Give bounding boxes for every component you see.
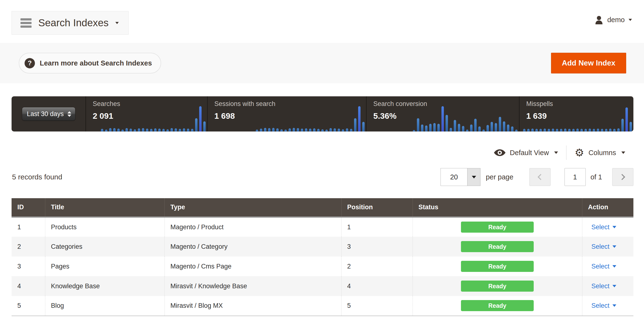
select-action-link[interactable]: Select [592,282,616,290]
view-selector[interactable]: Default View [486,149,566,157]
table-row: 4Knowledge BaseMirasvit / Knowledge Base… [12,276,634,296]
cell-type: Mirasvit / Knowledge Base [164,276,341,296]
spark-bar [425,126,428,132]
spark-bar [511,126,514,132]
spark-bar [101,129,103,132]
search-stats-bar: Last 30 days Searches 2 091 Sessions wit… [12,96,634,132]
hamburger-icon [20,18,32,28]
per-page-value: 20 [441,168,467,186]
caret-down-icon [612,226,616,228]
spark-bar [580,129,583,132]
select-action-link[interactable]: Select [592,263,616,270]
records-found-text: 5 records found [12,173,62,181]
cell-position: 2 [341,256,412,276]
caret-down-icon [467,168,480,186]
spark-bar [442,106,444,132]
sparkline [256,106,365,132]
view-selector-label: Default View [510,149,549,157]
spark-bar [446,115,448,132]
spark-bar [548,129,550,132]
pagination: 20 per page of 1 [440,168,634,186]
column-header-position[interactable]: Position [341,198,412,217]
cell-type: Magento / Category [164,237,341,256]
columns-selector-label: Columns [588,149,616,157]
learn-more-label: Learn more about Search Indexes [40,59,152,67]
spark-bar [536,129,538,132]
spark-bar [321,129,324,132]
page-title-dropdown[interactable]: Search Indexes [12,11,128,35]
caret-down-icon [612,285,616,287]
cell-type: Magento / Cms Page [164,256,341,276]
spark-bar [297,128,299,132]
select-action-label: Select [592,263,610,270]
stat-value: 5.36% [373,111,396,121]
spark-bar [601,129,603,132]
spark-bar [109,128,112,132]
spark-bar [313,128,316,132]
table-body: 1ProductsMagento / Product1ReadySelect2C… [12,217,634,316]
spark-bar [354,118,356,132]
spark-bar [260,128,262,132]
spark-bar [458,124,460,132]
stat-label: Misspells [526,100,553,108]
spark-bar [350,129,352,132]
spark-bar [568,129,570,132]
select-action-link[interactable]: Select [592,302,616,310]
spark-bar [183,128,185,132]
select-action-link[interactable]: Select [592,224,616,231]
select-action-label: Select [592,282,610,290]
spark-bar [150,129,152,132]
spark-bar [413,130,415,132]
cell-title: Pages [45,256,164,276]
page-number-input[interactable] [564,168,586,186]
spark-bar [515,130,518,132]
cell-position: 5 [341,296,412,316]
caret-down-icon [554,152,558,154]
grid-controls: Default View ⚙ Columns [486,146,634,160]
period-select[interactable]: Last 30 days [22,107,76,121]
spark-bar [617,128,620,132]
spark-bar [462,126,464,132]
spark-bar [609,128,612,132]
spark-bar [268,128,270,132]
status-badge: Ready [461,261,534,272]
spark-bar [495,123,497,132]
stat-panel-conversion: Search conversion 5.36% [366,96,519,132]
column-header-action[interactable]: Action [582,198,634,217]
learn-more-button[interactable]: ? Learn more about Search Indexes [19,53,161,74]
cell-title: Blog [45,296,164,316]
cell-title: Products [45,217,164,237]
sparkline [101,106,206,132]
column-header-title[interactable]: Title [45,198,164,217]
spark-bar [572,129,575,132]
spark-bar [292,128,295,132]
column-header-status[interactable]: Status [412,198,582,217]
spark-bar [523,129,526,132]
stat-value: 1 698 [214,111,235,121]
stats-period-section: Last 30 days [12,96,86,132]
spark-bar [437,124,440,132]
column-header-id[interactable]: ID [12,198,45,217]
spark-bar [531,128,534,132]
column-header-type[interactable]: Type [164,198,341,217]
spark-bar [301,128,303,132]
spark-bar [256,130,258,132]
next-page-button[interactable] [612,168,634,186]
spark-bar [560,129,562,132]
page-title: Search Indexes [38,17,108,29]
spark-bar [117,128,120,132]
spark-bar [503,121,505,132]
per-page-select[interactable]: 20 [440,168,480,186]
spark-bar [584,129,587,132]
caret-down-icon [612,304,616,307]
add-new-index-button[interactable]: Add New Index [551,53,626,74]
cell-status: Ready [412,217,582,237]
question-icon: ? [24,58,35,68]
spark-bar [138,128,140,132]
prev-page-button[interactable] [529,168,550,186]
user-menu[interactable]: demo [595,14,632,26]
columns-selector[interactable]: ⚙ Columns [566,146,634,160]
cell-title: Categories [45,237,164,256]
spark-bar [154,128,156,132]
select-action-link[interactable]: Select [592,243,616,250]
